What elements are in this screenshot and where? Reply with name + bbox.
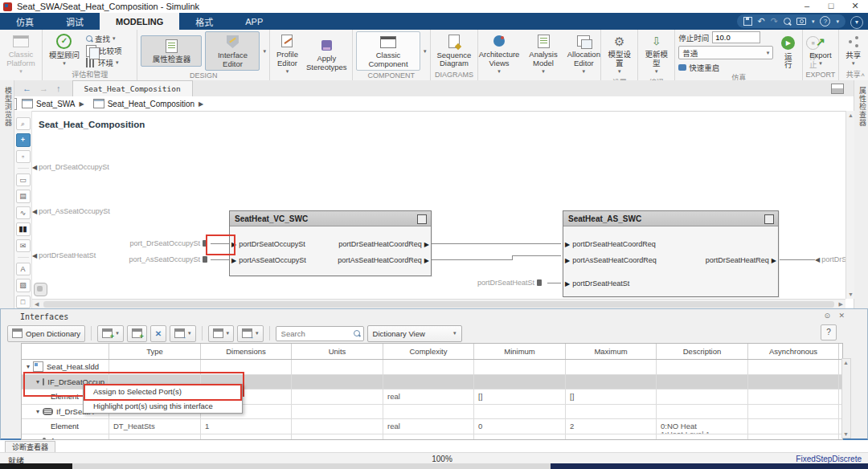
table-cell[interactable]: DT_HeatSts xyxy=(109,419,201,434)
signal-icon[interactable]: ∿ xyxy=(16,206,31,219)
table-cell[interactable] xyxy=(292,419,383,434)
table-cell[interactable] xyxy=(748,389,839,404)
picture-icon[interactable]: ▨ xyxy=(16,279,31,292)
input-port[interactable]: ▶ portDrSeatHeatCoordReq xyxy=(565,240,656,248)
table-cell[interactable]: real xyxy=(383,419,474,434)
table-row[interactable]: ElementDT_HeatSts1real020:NO Heat1:Heat … xyxy=(22,419,842,434)
pane-layout-icon[interactable] xyxy=(831,84,844,94)
sequence-diagram-button[interactable]: Sequence Diagram xyxy=(434,32,475,70)
update-model-button[interactable]: ⇩ 更新模型 ▾ xyxy=(641,31,671,78)
breadcrumb-item-root[interactable]: Seat_SWA xyxy=(36,100,76,108)
close-button[interactable]: ✕ xyxy=(844,0,866,13)
source-port-label[interactable]: port_AsSeatOccupySt xyxy=(106,255,207,263)
block-header[interactable]: SeatHeat_AS_SWC xyxy=(563,211,778,226)
model-badge-icon[interactable] xyxy=(34,283,47,296)
minimize-button[interactable]: – xyxy=(796,0,818,13)
forward-icon[interactable]: → xyxy=(39,84,48,93)
classic-platform-button[interactable]: Classic Platform ▾ xyxy=(3,31,39,78)
output-port[interactable]: portDrSeatHeatCoordReq ▶ xyxy=(338,240,429,248)
table-row[interactable]: ▾If_AsSeatOccup xyxy=(22,434,842,440)
add-service-interface-button[interactable]: ▾ xyxy=(208,325,235,342)
table-cell[interactable] xyxy=(292,389,383,404)
input-port[interactable]: ▶ portDrSeatOccupySt xyxy=(231,240,305,248)
hide-ribbon-icon[interactable]: ▾ xyxy=(850,16,863,29)
table-cell[interactable] xyxy=(657,405,748,419)
column-header-tree[interactable] xyxy=(22,344,109,359)
table-cell[interactable]: 2 xyxy=(566,419,657,434)
table-cell[interactable] xyxy=(474,360,566,374)
table-cell[interactable] xyxy=(748,405,839,419)
block-seatheat-vc-swc[interactable]: SeatHeat_VC_SWC ▶ portDrSeatOccupySt ▶ p… xyxy=(229,210,432,276)
diagnostic-viewer-button[interactable]: 诊断查看器 xyxy=(5,441,55,453)
column-header-Dimensions[interactable]: Dimensions xyxy=(201,344,292,359)
design-gallery-dropdown-icon[interactable]: ▾ xyxy=(263,48,266,55)
table-cell[interactable] xyxy=(566,360,657,374)
column-header-Units[interactable]: Units xyxy=(292,344,383,359)
classic-component-button[interactable]: Classic Component xyxy=(356,31,420,71)
output-port[interactable]: portAsSeatHeatCoordReq ▶ xyxy=(338,256,429,264)
table-cell[interactable] xyxy=(383,434,474,440)
maximize-button[interactable]: □ xyxy=(820,0,842,13)
profile-editor-button[interactable]: Profile Editor ▾ xyxy=(273,31,301,78)
tree-cell[interactable]: ▾If_AsSeatOccup xyxy=(22,434,109,440)
column-header-Maximum[interactable]: Maximum xyxy=(566,344,657,359)
box-icon[interactable]: □ xyxy=(16,296,31,308)
add-element-button[interactable] xyxy=(127,325,147,342)
vertical-scrollbar[interactable]: ▲ ▼ xyxy=(845,111,854,299)
add-interface-button[interactable]: ▾ xyxy=(97,325,124,342)
table-cell[interactable] xyxy=(748,360,839,374)
breadcrumb-item-current[interactable]: Seat_Heat_Composition xyxy=(108,100,194,108)
column-header-Complexity[interactable]: Complexity xyxy=(383,344,474,359)
close-panel-icon[interactable]: ✕ xyxy=(838,312,845,320)
table-cell[interactable] xyxy=(566,434,657,440)
scroll-down-icon[interactable]: ▼ xyxy=(848,292,854,297)
expand-caret-icon[interactable]: ▾ xyxy=(27,363,30,370)
screenshot-icon[interactable] xyxy=(796,18,806,25)
model-advisor-button[interactable]: ✓ 模型顾问 ▾ xyxy=(46,32,83,70)
table-cell[interactable]: [] xyxy=(474,389,566,404)
source-port-label[interactable]: port_DrSeatOccupySt xyxy=(106,239,207,247)
help-icon[interactable]: ? xyxy=(820,16,830,27)
share-button[interactable]: 共享 ▾ xyxy=(842,32,864,70)
table-cell[interactable] xyxy=(383,375,474,389)
table-cell[interactable]: 0:NO Heat1:Heat Level 1 xyxy=(657,419,748,434)
expand-caret-icon[interactable]: ▾ xyxy=(36,408,39,415)
breadcrumb-separator-icon[interactable]: ▶ xyxy=(199,100,203,108)
external-port[interactable]: ◀ port_AsSeatOccupySt xyxy=(32,207,110,215)
breadcrumb-separator-icon[interactable]: ▶ xyxy=(80,100,84,108)
annotation-icon[interactable]: A xyxy=(16,263,31,275)
table-cell[interactable] xyxy=(383,360,474,374)
table-cell[interactable] xyxy=(201,434,292,440)
collapse-ribbon-icon[interactable]: ˄ xyxy=(861,71,865,79)
external-port[interactable]: ◀ portDrSeatHeatSt xyxy=(32,251,96,259)
architecture-views-button[interactable]: Architecture Views ▾ xyxy=(476,31,523,78)
table-cell[interactable] xyxy=(292,360,383,374)
table-cell[interactable] xyxy=(292,434,383,440)
table-cell[interactable] xyxy=(657,375,748,389)
source-port-label[interactable]: portDrSeatHeatSt xyxy=(452,279,542,287)
table-cell[interactable] xyxy=(657,434,748,440)
minimize-panel-icon[interactable]: ⊙ xyxy=(824,312,830,320)
table-cell[interactable] xyxy=(383,405,474,419)
ribbon-tab-0[interactable]: 仿真 xyxy=(0,13,50,30)
analysis-model-button[interactable]: Analysis Model ▾ xyxy=(526,31,560,78)
scrollbar-thumb[interactable] xyxy=(43,301,834,308)
model-settings-button[interactable]: ⚙ 模型设置 ▾ xyxy=(604,31,634,78)
simulation-mode-select[interactable]: 普通 ▾ xyxy=(678,46,773,59)
compare-button[interactable]: 比较项 xyxy=(84,45,124,56)
block-seatheat-as-swc[interactable]: SeatHeat_AS_SWC ▶ portDrSeatHeatCoordReq… xyxy=(563,210,779,297)
signal-wire[interactable] xyxy=(512,255,561,256)
input-port[interactable]: ▶ portAsSeatOccupySt xyxy=(231,256,306,264)
property-inspector-strip[interactable]: 属性检查器 xyxy=(854,80,868,308)
scroll-up-icon[interactable]: ▲ xyxy=(848,112,854,118)
up-icon[interactable]: ↑ xyxy=(56,84,61,93)
add-data-dictionary-button[interactable]: ▾ xyxy=(237,325,264,342)
column-header-Minimum[interactable]: Minimum xyxy=(474,344,566,359)
property-inspector-button[interactable]: 属性检查器 xyxy=(141,35,202,67)
table-cell[interactable]: real xyxy=(383,389,474,404)
signal-wire[interactable] xyxy=(432,243,561,244)
back-icon[interactable]: ← xyxy=(23,84,31,93)
table-cell[interactable] xyxy=(657,360,748,374)
model-browser-strip[interactable]: 模型浏览器 xyxy=(0,80,14,308)
scroll-right-icon[interactable]: ▶ xyxy=(839,301,843,308)
